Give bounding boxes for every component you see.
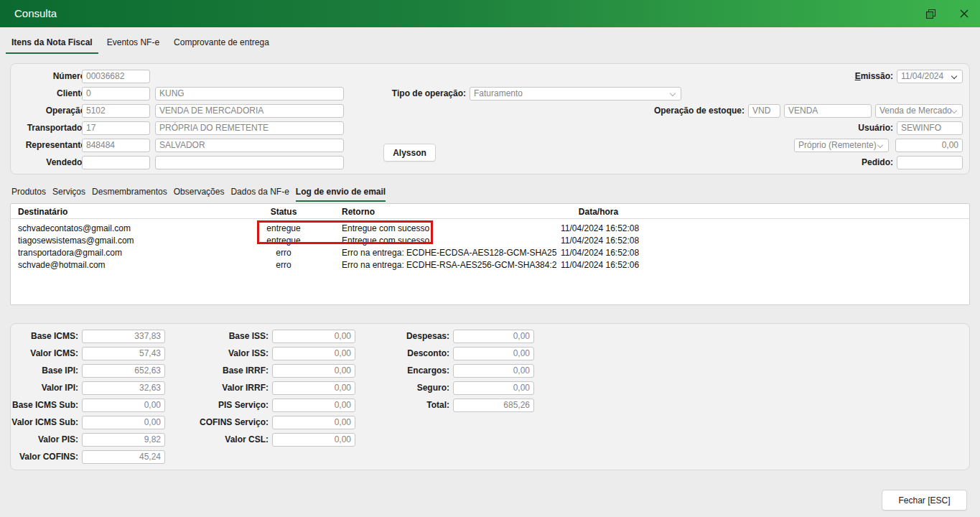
tab-itens-da-nota-fiscal[interactable]: Itens da Nota Fiscal	[6, 33, 98, 54]
seguro-label: Seguro:	[335, 381, 449, 395]
representante-code-field[interactable]: 848484	[82, 139, 150, 152]
cofins-servico-label: COFINS Serviço:	[154, 416, 269, 429]
total-field[interactable]: 685,26	[453, 399, 534, 412]
email-log-row[interactable]: schvade@hotmail.com erro Erro na entrega…	[11, 259, 969, 271]
frete-tipo-combo[interactable]: Próprio (Remetente)	[794, 139, 889, 152]
column-header-destinatario: Destinatário	[18, 207, 67, 217]
valor-icms-sub-label: Valor ICMS Sub:	[0, 416, 78, 429]
retorno-cell: Entregue com sucesso	[342, 236, 557, 246]
email-log-row[interactable]: schvadecontatos@gmail.com entregue Entre…	[11, 223, 969, 235]
close-icon	[960, 9, 969, 18]
valor-iss-label: Valor ISS:	[154, 347, 269, 360]
operacao-name-field[interactable]: VENDA DE MERCADORIA	[155, 104, 344, 118]
frete-valor-field[interactable]: 0,00	[895, 139, 963, 152]
chevron-down-icon	[951, 73, 957, 79]
operacao-estoque-label: Operação de estoque:	[630, 104, 745, 118]
close-window-button[interactable]	[953, 3, 976, 24]
tab-dados-da-nfe[interactable]: Dados da NF-e	[230, 185, 289, 202]
status-cell: erro	[238, 260, 330, 270]
datahora-cell: 11/04/2024 16:52:08	[561, 223, 640, 233]
cofins-servico-field[interactable]: 0,00	[272, 416, 355, 429]
valor-csl-label: Valor CSL:	[154, 433, 269, 447]
status-cell: entregue	[238, 236, 330, 246]
tab-observacoes[interactable]: Observações	[174, 185, 225, 202]
valor-csl-field[interactable]: 0,00	[272, 433, 355, 447]
cliente-name-field[interactable]: KUNG	[155, 87, 344, 101]
retorno-cell: Entregue com sucesso	[342, 223, 557, 233]
valor-irrf-label: Valor IRRF:	[154, 381, 269, 395]
valor-icms-sub-field[interactable]: 0,00	[82, 416, 165, 429]
operacao-estoque-name-field[interactable]: VENDA	[784, 104, 872, 118]
despesas-label: Despesas:	[335, 330, 449, 343]
tipo-operacao-combo[interactable]: Faturamento	[470, 87, 681, 101]
cliente-code-field[interactable]: 0	[82, 87, 150, 101]
email-log-row[interactable]: tiagosewsistemas@gmail.com entregue Entr…	[11, 235, 969, 247]
operacao-label: Operação:	[0, 104, 88, 118]
desconto-label: Desconto:	[335, 347, 449, 360]
operacao-estoque-tipo-combo[interactable]: Venda de Mercado	[875, 104, 963, 118]
cliente-label: Cliente:	[0, 87, 88, 101]
emissao-date-picker[interactable]: 11/04/2024	[897, 70, 963, 83]
valor-icms-field[interactable]: 57,43	[82, 347, 165, 360]
datahora-cell: 11/04/2024 16:52:08	[561, 248, 640, 258]
base-icms-field[interactable]: 337,83	[82, 330, 165, 343]
consulta-window: Consulta Itens da Nota Fiscal Eventos NF…	[0, 0, 980, 517]
usuario-label: Usuário:	[778, 121, 893, 135]
emissao-label: Emissão:	[778, 70, 893, 83]
valor-ipi-label: Valor IPI:	[0, 381, 78, 395]
base-ipi-label: Base IPI:	[0, 364, 78, 378]
restore-icon	[926, 9, 935, 19]
usuario-field[interactable]: SEWINFO	[897, 121, 963, 135]
pis-servico-label: PIS Serviço:	[154, 399, 269, 412]
operacao-code-field[interactable]: 5102	[82, 104, 150, 118]
tab-produtos[interactable]: Produtos	[11, 185, 46, 202]
datahora-cell: 11/04/2024 16:52:08	[561, 236, 640, 246]
chevron-down-icon	[670, 90, 676, 96]
seguro-field[interactable]: 0,00	[453, 381, 534, 395]
tab-log-de-envio-de-email[interactable]: Log de envio de email	[296, 185, 386, 202]
pedido-field[interactable]	[897, 156, 963, 169]
transportador-name-field[interactable]: PRÓPRIA DO REMETENTE	[155, 121, 344, 135]
vendedor-label: Vendedor:	[0, 156, 88, 169]
destinatario-cell: tiagosewsistemas@gmail.com	[18, 236, 233, 246]
destinatario-cell: transportadora@gmail.com	[18, 248, 233, 258]
column-header-retorno: Retorno	[342, 207, 375, 217]
vendedor-name-field[interactable]	[155, 156, 344, 169]
window-title: Consulta	[14, 0, 57, 27]
alysson-button[interactable]: Alysson	[383, 144, 436, 162]
tab-desmembramentos[interactable]: Desmembramentos	[92, 185, 167, 202]
valor-pis-field[interactable]: 9,82	[82, 433, 165, 447]
vendedor-code-field[interactable]	[82, 156, 150, 169]
encargos-label: Encargos:	[335, 364, 449, 378]
numero-field[interactable]: 00036682	[82, 70, 150, 83]
detail-tab-bar: Produtos Serviços Desmembramentos Observ…	[11, 185, 386, 202]
email-log-row[interactable]: transportadora@gmail.com erro Erro na en…	[11, 247, 969, 259]
tab-comprovante-de-entrega[interactable]: Comprovante de entrega	[168, 33, 275, 54]
tab-servicos[interactable]: Serviços	[52, 185, 85, 202]
transportador-code-field[interactable]: 17	[82, 121, 150, 135]
email-log-table: Destinatário Status Retorno Data/hora sc…	[10, 203, 970, 305]
transportador-label: Transportador:	[0, 121, 88, 135]
base-iss-label: Base ISS:	[154, 330, 269, 343]
chevron-down-icon	[877, 142, 883, 148]
main-tab-bar: Itens da Nota Fiscal Eventos NF-e Compro…	[6, 33, 275, 54]
chevron-down-icon	[951, 108, 957, 113]
fechar-button[interactable]: Fechar [ESC]	[882, 490, 967, 511]
base-icms-sub-label: Base ICMS Sub:	[0, 399, 78, 412]
title-bar: Consulta	[0, 0, 980, 27]
total-label: Total:	[335, 399, 449, 412]
base-icms-sub-field[interactable]: 0,00	[82, 399, 165, 412]
base-ipi-field[interactable]: 652,63	[82, 364, 165, 378]
restore-window-button[interactable]	[919, 3, 942, 24]
valor-cofins-field[interactable]: 45,24	[82, 450, 165, 464]
encargos-field[interactable]: 0,00	[453, 364, 534, 378]
column-header-datahora: Data/hora	[561, 207, 636, 217]
destinatario-cell: schvade@hotmail.com	[18, 260, 233, 270]
valor-ipi-field[interactable]: 32,63	[82, 381, 165, 395]
despesas-field[interactable]: 0,00	[453, 330, 534, 343]
tab-eventos-nfe[interactable]: Eventos NF-e	[101, 33, 165, 54]
operacao-estoque-code-field[interactable]: VND	[748, 104, 780, 118]
desconto-field[interactable]: 0,00	[453, 347, 534, 360]
invoice-header-panel: Número: 00036682 Emissão: 11/04/2024 Cli…	[10, 63, 970, 174]
representante-name-field[interactable]: SALVADOR	[155, 139, 344, 152]
